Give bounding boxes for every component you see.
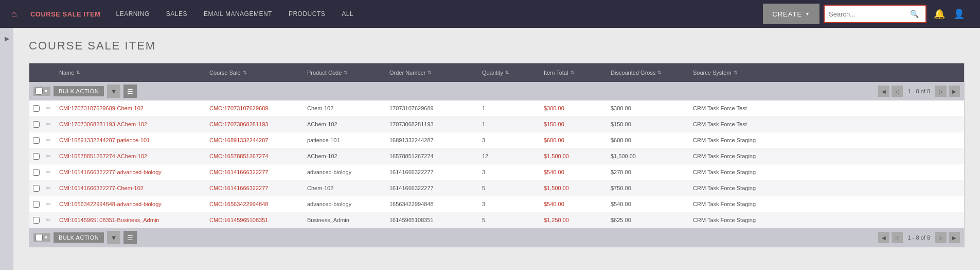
edit-icon-cell[interactable]: ✏ [43, 100, 54, 116]
table-row: ✏ CMI:16141666322277-Chem-102 CMO:161416… [29, 180, 964, 196]
sort-icon-qty: ⇅ [505, 70, 509, 75]
search-input[interactable] [829, 10, 910, 18]
filter-button[interactable]: ▼ [107, 85, 120, 98]
nav-link-products[interactable]: PRODUCTS [280, 10, 333, 18]
row-checkbox[interactable] [33, 153, 40, 160]
col-header-source-system[interactable]: Source System ⇅ [688, 63, 964, 82]
pagination-info-bottom: 1 - 8 of 8 [905, 234, 933, 241]
edit-icon-cell[interactable]: ✏ [43, 132, 54, 148]
table-row: ✏ CMI:16891332244287-patience-101 CMO:16… [29, 132, 964, 148]
row-checkbox[interactable] [33, 105, 40, 112]
list-view-button[interactable]: ☰ [123, 85, 137, 98]
select-all-checkbox-bottom[interactable] [35, 234, 43, 241]
col-header-item-total[interactable]: Item Total ⇅ [539, 63, 605, 82]
row-checkbox[interactable] [33, 169, 40, 176]
prev-page-button-bottom[interactable]: ◀ [878, 232, 889, 243]
cell-course-sale[interactable]: CMO:17073107629689 [204, 101, 302, 115]
cell-name[interactable]: CMI:16141666322277-Chem-102 [54, 181, 204, 195]
table-row: ✏ CMI:17073107629689-Chem-102 CMO:170731… [29, 100, 964, 116]
list-view-button-bottom[interactable]: ☰ [123, 231, 137, 244]
col-header-course-sale[interactable]: Course Sale ⇅ [204, 63, 302, 82]
bulk-action-button[interactable]: BULK ACTION [54, 86, 104, 96]
row-checkbox-cell [29, 197, 43, 212]
bulk-action-button-bottom[interactable]: BULK ACTION [54, 232, 104, 243]
row-checkbox-cell [29, 213, 43, 228]
check-all-container[interactable]: ▼ [33, 87, 50, 96]
user-icon[interactable]: 👤 [949, 8, 969, 20]
nav-link-email-management[interactable]: EMAIL MANAGEMENT [195, 10, 280, 18]
filter-button-bottom[interactable]: ▼ [107, 231, 120, 244]
bottom-toolbar: ▼ BULK ACTION ▼ ☰ ◀ ◁ 1 - 8 of 8 ▷ ▶ [29, 228, 964, 247]
cell-course-sale[interactable]: CMO:16145965108351 [204, 213, 302, 227]
row-checkbox[interactable] [33, 137, 40, 144]
search-box: 🔍 [824, 5, 926, 23]
prev-page-button2[interactable]: ◁ [892, 86, 903, 97]
nav-link-all[interactable]: ALL [333, 10, 362, 18]
cell-course-sale[interactable]: CMO:16141666322277 [204, 165, 302, 179]
next-page-button2[interactable]: ▶ [949, 86, 960, 97]
cell-order-number: 17073107629689 [384, 101, 477, 115]
cell-name[interactable]: CMI:16578851267274-AChem-102 [54, 149, 204, 163]
cell-name[interactable]: CMI:16891332244287-patience-101 [54, 133, 204, 147]
cell-name[interactable]: CMI:16141666322277-advanced-biology [54, 165, 204, 179]
table-body: ✏ CMI:17073107629689-Chem-102 CMO:170731… [29, 100, 964, 228]
col-header-name[interactable]: Name ⇅ [54, 63, 204, 82]
edit-icon-cell[interactable]: ✏ [43, 196, 54, 212]
row-checkbox[interactable] [33, 201, 40, 208]
sort-icon-product: ⇅ [344, 70, 348, 75]
search-icon: 🔍 [910, 10, 919, 18]
row-checkbox[interactable] [33, 185, 40, 192]
check-all-container-bottom[interactable]: ▼ [33, 233, 50, 242]
edit-icon-cell[interactable]: ✏ [43, 116, 54, 132]
next-page-button-bottom[interactable]: ▷ [935, 232, 947, 243]
nav-brand[interactable]: COURSE SALE ITEM [23, 10, 108, 18]
cell-name[interactable]: CMI:16145965108351-Business_Admin [54, 213, 204, 227]
edit-icon-cell[interactable]: ✏ [43, 180, 54, 196]
select-all-checkbox[interactable] [35, 88, 43, 95]
home-icon[interactable]: ⌂ [5, 9, 23, 20]
cell-name[interactable]: CMI:17073068281193-AChem-102 [54, 117, 204, 131]
sort-icon-course: ⇅ [243, 70, 247, 75]
col-header-product-code[interactable]: Product Code ⇅ [302, 63, 384, 82]
cell-item-total: $300.00 [539, 101, 605, 115]
next-page-button[interactable]: ▷ [935, 86, 947, 97]
prev-page-button2-bottom[interactable]: ◁ [892, 232, 903, 243]
page-title: COURSE SALE ITEM [29, 39, 965, 53]
cell-product-code: AChem-102 [302, 117, 384, 131]
nav-link-learning[interactable]: LEARNING [108, 10, 157, 18]
cell-course-sale[interactable]: CMO:16578851267274 [204, 149, 302, 163]
select-all-dropdown-icon[interactable]: ▼ [44, 89, 48, 94]
cell-course-sale[interactable]: CMO:17073068281193 [204, 117, 302, 131]
edit-icon-cell[interactable]: ✏ [43, 148, 54, 164]
cell-item-total: $1,250.00 [539, 213, 605, 227]
cell-order-number: 16578851267274 [384, 149, 477, 163]
cell-discounted-gross: $300.00 [605, 101, 688, 115]
nav-link-sales[interactable]: SALES [158, 10, 195, 18]
next-page-button2-bottom[interactable]: ▶ [949, 232, 960, 243]
create-button[interactable]: CREATE ▼ [763, 4, 819, 24]
col-header-discounted-gross[interactable]: Discounted Gross ⇅ [605, 63, 688, 82]
edit-icon-cell[interactable]: ✏ [43, 212, 54, 228]
cell-quantity: 3 [477, 165, 539, 179]
cell-order-number: 16141666322277 [384, 165, 477, 179]
notification-icon[interactable]: 🔔 [930, 8, 949, 20]
cell-course-sale[interactable]: CMO:16891332244287 [204, 133, 302, 147]
row-checkbox[interactable] [33, 121, 40, 128]
prev-page-button[interactable]: ◀ [878, 86, 889, 97]
sidebar-toggle[interactable]: ▶ [0, 28, 13, 270]
row-checkbox[interactable] [33, 217, 40, 224]
cell-name[interactable]: CMI:16563422994848-advanced-biology [54, 197, 204, 211]
pagination-info: 1 - 8 of 8 [905, 88, 933, 94]
table-row: ✏ CMI:17073068281193-AChem-102 CMO:17073… [29, 116, 964, 132]
col-header-quantity[interactable]: Quantity ⇅ [477, 63, 539, 82]
select-all-dropdown-icon-bottom[interactable]: ▼ [44, 235, 48, 240]
sort-icon-order: ⇅ [427, 70, 432, 75]
cell-discounted-gross: $150.00 [605, 117, 688, 131]
edit-icon-cell[interactable]: ✏ [43, 164, 54, 180]
col-header-order-number[interactable]: Order Number ⇅ [384, 63, 477, 82]
data-table: Name ⇅ Course Sale ⇅ Product Code ⇅ Orde… [29, 63, 965, 247]
cell-product-code: Chem-102 [302, 101, 384, 115]
cell-course-sale[interactable]: CMO:16141666322277 [204, 181, 302, 195]
cell-name[interactable]: CMI:17073107629689-Chem-102 [54, 101, 204, 115]
cell-course-sale[interactable]: CMO:16563422994848 [204, 197, 302, 211]
